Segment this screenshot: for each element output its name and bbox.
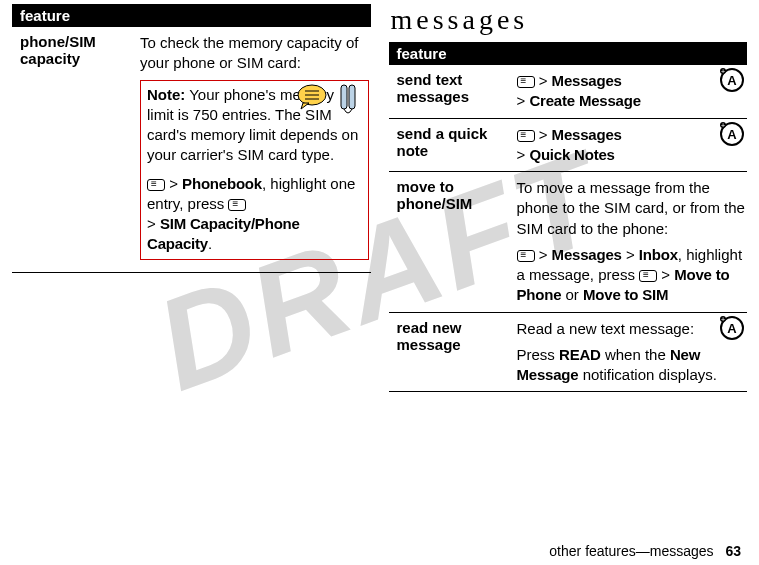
table-row: move to phone/SIM To move a message from…	[389, 172, 748, 313]
paperclip-icon	[335, 83, 361, 115]
table-row: send text messages > Messages > Create M…	[389, 65, 748, 118]
operator-a-icon: A+	[719, 315, 745, 341]
page-number: 63	[725, 543, 741, 559]
menu-key-icon	[517, 250, 535, 262]
feature-name: move to phone/SIM	[389, 172, 509, 313]
menu-capacity: SIM Capacity/Phone Capacity	[147, 215, 300, 252]
menu-messages: Messages	[552, 126, 622, 143]
left-column: feature phone/SIM capacity To check the …	[12, 4, 371, 392]
menu-key-icon	[517, 76, 535, 88]
menu-create-message: Create Message	[529, 92, 640, 109]
or-text: or	[561, 286, 583, 303]
menu-move-sim: Move to SIM	[583, 286, 668, 303]
menu-messages: Messages	[552, 246, 622, 263]
intro-text: To check the memory capacity of your pho…	[140, 34, 358, 71]
right-column: messages feature send text messages > Me…	[389, 4, 748, 392]
section-title: messages	[391, 4, 748, 36]
svg-text:A: A	[727, 127, 737, 142]
menu-key-icon	[517, 130, 535, 142]
intro-text: To move a message from the phone to the …	[517, 179, 745, 237]
right-feature-table: feature send text messages > Messages > …	[389, 42, 748, 392]
nav-suffix: .	[208, 235, 212, 252]
menu-inbox: Inbox	[639, 246, 678, 263]
table-row: phone/SIM capacity To check the memory c…	[12, 27, 371, 272]
menu-phonebook: Phonebook	[182, 175, 262, 192]
feature-description: To move a message from the phone to the …	[509, 172, 748, 313]
svg-text:+: +	[721, 122, 725, 129]
feature-name: send text messages	[389, 65, 509, 118]
read-instructions: Press READ when the New Message notifica…	[517, 345, 746, 386]
nav-instructions: > Phonebook, highlight one entry, press …	[147, 174, 362, 255]
intro-text: Read a new text message:	[517, 320, 695, 337]
feature-name: send a quick note	[389, 118, 509, 172]
page-footer: other features—messages 63	[549, 543, 741, 559]
left-feature-table: feature phone/SIM capacity To check the …	[12, 4, 371, 273]
read-key: READ	[559, 346, 601, 363]
menu-quick-notes: Quick Notes	[529, 146, 614, 163]
footer-text: other features—messages	[549, 543, 713, 559]
feature-name: phone/SIM capacity	[12, 27, 132, 272]
floating-icons	[295, 83, 361, 115]
nav-instructions: > Messages > Inbox, highlight a message,…	[517, 245, 746, 306]
table-row: read new message Read a new text message…	[389, 312, 748, 392]
operator-a-icon: A+	[719, 121, 745, 147]
menu-messages: Messages	[552, 72, 622, 89]
svg-text:+: +	[721, 316, 725, 323]
feature-description: Read a new text message: A+ Press READ w…	[509, 312, 748, 392]
svg-text:A: A	[727, 73, 737, 88]
menu-key-icon	[228, 199, 246, 211]
tail-text: notification displays.	[578, 366, 716, 383]
feature-description: To check the memory capacity of your pho…	[132, 27, 371, 272]
right-table-header: feature	[389, 42, 748, 65]
svg-rect-5	[349, 85, 355, 109]
note-label: Note:	[147, 86, 185, 103]
svg-text:+: +	[721, 68, 725, 75]
left-table-header: feature	[12, 4, 371, 27]
operator-a-icon: A+	[719, 67, 745, 93]
press-text: Press	[517, 346, 560, 363]
when-text: when the	[601, 346, 670, 363]
feature-description: > Messages > Quick Notes A+	[509, 118, 748, 172]
feature-description: > Messages > Create Message A+	[509, 65, 748, 118]
table-row: send a quick note > Messages > Quick Not…	[389, 118, 748, 172]
svg-rect-4	[341, 85, 347, 109]
page-content: feature phone/SIM capacity To check the …	[0, 0, 759, 402]
svg-text:A: A	[727, 321, 737, 336]
menu-key-icon	[639, 270, 657, 282]
feature-name: read new message	[389, 312, 509, 392]
message-bubble-icon	[295, 83, 329, 111]
menu-key-icon	[147, 179, 165, 191]
